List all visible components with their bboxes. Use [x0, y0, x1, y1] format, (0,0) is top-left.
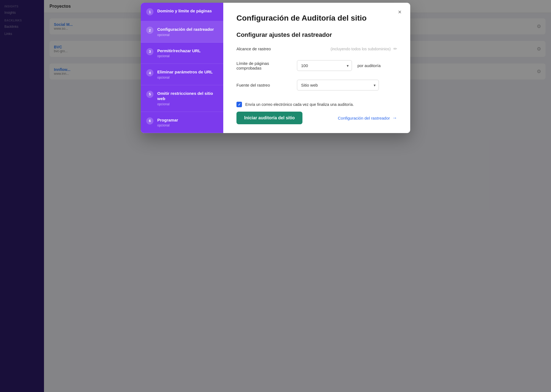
pages-limit-select-wrapper: 100 200 500 1000 5000 10000 ▾: [297, 60, 352, 71]
per-audit-label: por auditoría: [357, 63, 381, 68]
modal-step-2[interactable]: 2 Configuración del rastreador opcional: [141, 21, 223, 43]
step-label-6: Programar: [157, 117, 178, 123]
step-label-2: Configuración del rastreador: [157, 27, 214, 32]
modal-title: Configuración de Auditoría del sitio: [236, 14, 397, 23]
step-number-5: 5: [146, 91, 153, 98]
step-sublabel-6: opcional: [157, 123, 178, 127]
modal-step-6[interactable]: 6 Programar opcional: [141, 112, 223, 133]
pages-limit-select[interactable]: 100 200 500 1000 5000 10000: [297, 60, 352, 71]
modal-step-3[interactable]: 3 Permitir/rechazar URL opcional: [141, 43, 223, 64]
crawl-scope-value-area: (incluyendo todos los subdominios) ✏: [330, 46, 397, 51]
step-content-2: Configuración del rastreador opcional: [157, 27, 214, 37]
step-label-5: Omitir restricciones del sitio web: [157, 91, 218, 101]
step-label-3: Permitir/rechazar URL: [157, 48, 201, 54]
email-checkbox[interactable]: [236, 102, 242, 107]
step-content-4: Eliminar parámetros de URL opcional: [157, 69, 213, 79]
modal-sidebar: 1 Dominio y límite de páginas 2 Configur…: [141, 3, 223, 133]
crawl-scope-text: (incluyendo todos los subdominios): [330, 47, 391, 51]
step-sublabel-2: opcional: [157, 33, 214, 37]
crawl-source-row: Fuente del rastreo Sitio web Mapa del si…: [236, 80, 397, 90]
modal-step-5[interactable]: 5 Omitir restricciones del sitio web opc…: [141, 85, 223, 112]
config-arrow-icon: →: [392, 115, 397, 121]
modal-footer: Envía un correo electrónico cada vez que…: [236, 102, 397, 124]
step-sublabel-5: opcional: [157, 102, 218, 106]
step-label-1: Dominio y límite de páginas: [157, 8, 212, 14]
step-number-1: 1: [146, 8, 153, 15]
modal-main: × Configuración de Auditoría del sitio C…: [223, 3, 410, 133]
close-button[interactable]: ×: [395, 7, 405, 17]
step-number-3: 3: [146, 48, 153, 55]
crawl-scope-row: Alcance de rastreo (incluyendo todos los…: [236, 46, 397, 51]
step-number-4: 4: [146, 69, 153, 76]
step-content-3: Permitir/rechazar URL opcional: [157, 48, 201, 58]
pages-limit-row: Límite de páginas comprobadas 100 200 50…: [236, 60, 397, 71]
step-number-6: 6: [146, 117, 153, 125]
start-audit-button[interactable]: Iniciar auditoría del sitio: [236, 112, 302, 124]
step-label-4: Eliminar parámetros de URL: [157, 69, 213, 75]
email-checkbox-label: Envía un correo electrónico cada vez que…: [245, 102, 354, 107]
step-content-6: Programar opcional: [157, 117, 178, 128]
modal-overlay: 1 Dominio y límite de páginas 2 Configur…: [0, 0, 551, 392]
step-sublabel-3: opcional: [157, 54, 201, 58]
modal: 1 Dominio y límite de páginas 2 Configur…: [141, 3, 410, 133]
email-checkbox-row: Envía un correo electrónico cada vez que…: [236, 102, 397, 107]
modal-step-4[interactable]: 4 Eliminar parámetros de URL opcional: [141, 64, 223, 85]
crawl-source-label: Fuente del rastreo: [236, 83, 291, 87]
crawl-scope-label: Alcance de rastreo: [236, 46, 291, 51]
crawler-config-button[interactable]: Configuración del rastreador →: [338, 115, 397, 121]
crawler-config-label: Configuración del rastreador: [338, 116, 390, 120]
pages-limit-label: Límite de páginas comprobadas: [236, 61, 291, 70]
step-number-2: 2: [146, 27, 153, 34]
modal-step-1[interactable]: 1 Dominio y límite de páginas: [141, 3, 223, 21]
crawl-source-select[interactable]: Sitio web Mapa del sitio Mapa del sitio …: [297, 80, 379, 90]
step-content-5: Omitir restricciones del sitio web opcio…: [157, 91, 218, 106]
footer-buttons: Iniciar auditoría del sitio Configuració…: [236, 112, 397, 124]
crawl-source-select-wrapper: Sitio web Mapa del sitio Mapa del sitio …: [297, 80, 379, 90]
edit-icon[interactable]: ✏: [393, 46, 397, 51]
modal-section-title: Configurar ajustes del rastreador: [236, 31, 397, 38]
step-sublabel-4: opcional: [157, 76, 213, 79]
step-content-1: Dominio y límite de páginas: [157, 8, 212, 14]
